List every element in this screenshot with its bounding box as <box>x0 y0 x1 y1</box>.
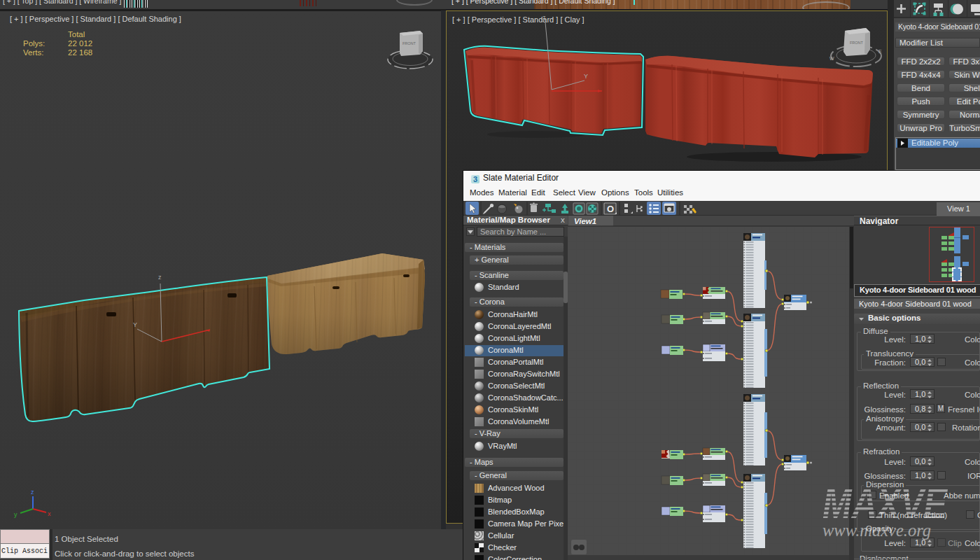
svg-text:Y: Y <box>133 321 137 328</box>
svg-text:y: y <box>14 511 18 518</box>
svg-text:O: O <box>607 204 614 214</box>
svg-text:MAXVE: MAXVE <box>822 479 948 527</box>
svg-text:z: z <box>31 489 34 496</box>
svg-text:Y: Y <box>584 73 588 80</box>
svg-text:x: x <box>48 510 51 517</box>
svg-text:View1: View1 <box>574 217 596 225</box>
svg-text:z: z <box>158 274 162 281</box>
svg-text:www.maxve.org: www.maxve.org <box>822 521 931 540</box>
svg-text:z: z <box>542 14 546 21</box>
